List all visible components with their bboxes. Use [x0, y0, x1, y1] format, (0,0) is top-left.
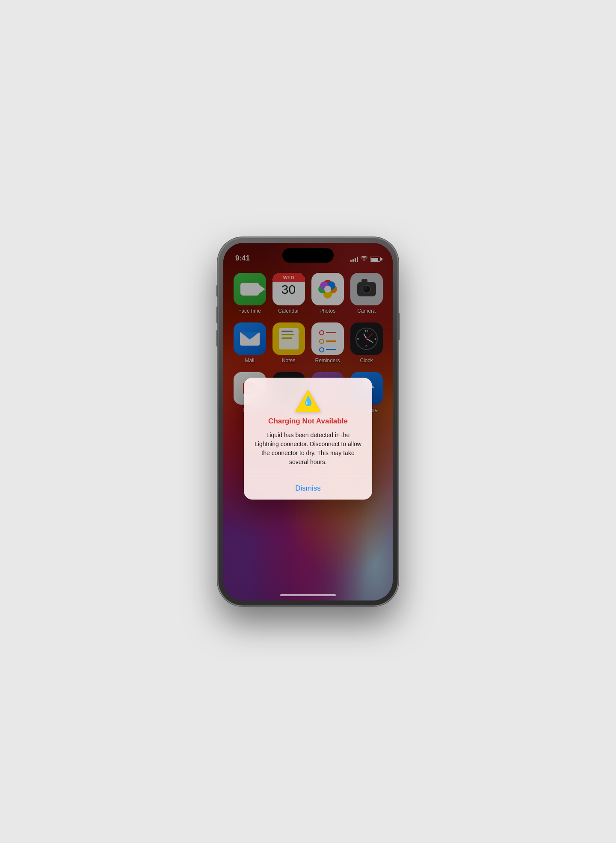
mute-button[interactable]: [216, 285, 218, 297]
alert-warning-icon: 💧: [295, 390, 321, 412]
alert-content: 💧 Charging Not Available Liquid has been…: [244, 378, 372, 477]
volume-down-button[interactable]: [216, 330, 218, 347]
volume-up-button[interactable]: [216, 306, 218, 323]
home-indicator: [280, 594, 336, 596]
alert-title: Charging Not Available: [268, 417, 348, 426]
phone-wrapper: 9:41: [218, 238, 398, 606]
power-button[interactable]: [398, 313, 400, 340]
alert-message: Liquid has been detected in the Lightnin…: [254, 431, 362, 467]
alert-dialog: 💧 Charging Not Available Liquid has been…: [244, 378, 372, 500]
phone-screen: 9:41: [223, 243, 393, 600]
dismiss-button[interactable]: Dismiss: [244, 477, 372, 500]
water-drop-icon: 💧: [302, 396, 314, 407]
alert-overlay: 💧 Charging Not Available Liquid has been…: [223, 243, 393, 600]
